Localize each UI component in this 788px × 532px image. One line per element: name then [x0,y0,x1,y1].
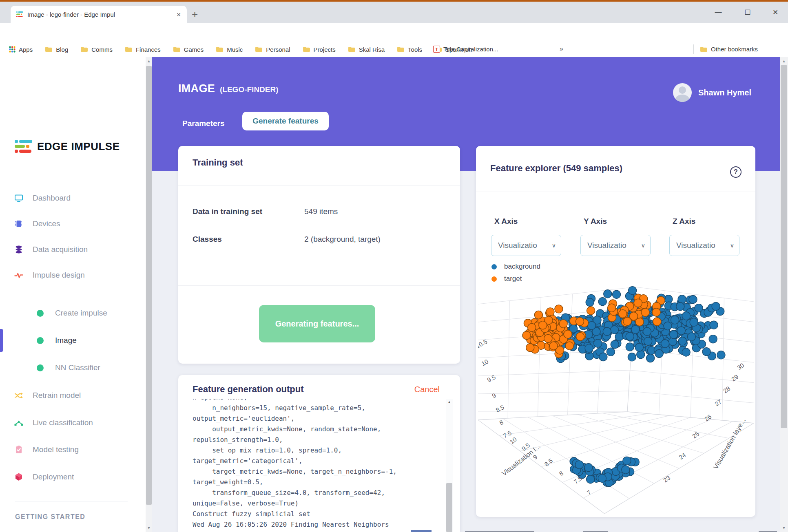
minimize-button[interactable]: — [712,8,724,16]
console-scrollbar[interactable]: ▲ [446,399,453,532]
scatter-point-target[interactable] [653,318,661,326]
sidebar-item-create-impulse[interactable]: Create impulse [0,302,146,324]
scatter-point-background[interactable] [586,298,594,307]
sidebar-item-dashboard[interactable]: Dashboard [0,187,146,210]
other-bookmarks[interactable]: Other bookmarks [700,46,758,53]
cancel-link[interactable]: Cancel [414,385,440,394]
bookmark-apps[interactable]: Apps [9,46,33,53]
scatter-point-background[interactable] [594,339,602,347]
scatter-point-target[interactable] [539,321,547,329]
bookmarks-overflow-chevron[interactable]: » [560,45,563,53]
bookmark-item[interactable]: Blog [45,46,68,53]
user-avatar[interactable] [673,83,692,102]
scatter-point-background[interactable] [689,296,697,304]
scatter-point-target[interactable] [576,333,584,341]
scatter-point-background[interactable] [603,327,611,336]
scatter-point-background[interactable] [710,321,718,329]
scatter-point-target[interactable] [555,305,563,313]
sidebar-item-impulse-design[interactable]: Impulse design [0,264,146,287]
feature-explorer-3d-scatter[interactable]: 10.5109.598.587.5109.598.587.57302928272… [478,285,754,514]
generating-features-button[interactable]: Generating features... [259,305,375,342]
tab-generate-features[interactable]: Generate features [242,112,329,130]
scatter-point-background[interactable] [628,353,636,361]
bookmark-item[interactable]: Games [173,46,204,53]
help-icon[interactable]: ? [730,166,742,178]
scatter-point-background[interactable] [643,327,651,336]
sidebar-item-deployment[interactable]: Deployment [0,466,146,488]
scatter-point-target[interactable] [528,323,536,331]
scatter-point-target[interactable] [564,330,572,338]
scatter-point-background[interactable] [646,354,655,362]
scatter-point-background[interactable] [584,464,593,472]
scatter-point-background[interactable] [676,302,684,311]
scatter-point-background[interactable] [644,337,652,345]
scatter-point-background[interactable] [611,340,619,349]
bookmark-item[interactable]: Personal [255,46,290,53]
bookmark-item[interactable]: Tools [397,46,422,53]
bookmark-item[interactable]: Music [216,46,243,53]
scatter-point-target[interactable] [546,308,554,316]
bookmark-item[interactable]: Projects [303,46,336,53]
scatter-point-background[interactable] [677,327,685,335]
scroll-up-icon[interactable]: ▲ [146,59,152,63]
sidebar-item-model-testing[interactable]: Model testing [0,438,146,461]
scatter-point-target[interactable] [565,342,573,350]
scatter-point-target[interactable] [549,342,558,350]
scatter-point-target[interactable] [630,312,638,320]
close-button[interactable]: ✕ [769,8,781,17]
scatter-point-target[interactable] [652,308,660,316]
scatter-point-target[interactable] [641,308,649,316]
scatter-point-background[interactable] [604,290,612,298]
scatter-point-background[interactable] [587,322,595,330]
sidebar-item-data-acquisition[interactable]: Data acquisition [0,238,146,261]
scatter-point-background[interactable] [635,343,643,351]
scatter-point-background[interactable] [598,474,606,482]
scatter-point-background[interactable] [678,295,686,303]
bookmark-title-capitalization[interactable]: T Title Capitalization... [433,46,498,53]
sidebar-item-live-classification[interactable]: Live classification [0,411,146,434]
scatter-point-background[interactable] [626,332,634,340]
browser-tab[interactable]: Image - lego-finder - Edge Impul ✕ [11,6,187,23]
legend-item-target[interactable]: target [491,275,522,283]
scatter-point-background[interactable] [629,287,637,295]
scroll-down-icon[interactable]: ▼ [146,526,152,530]
user-menu[interactable]: Shawn Hymel [673,83,751,102]
y-axis-select[interactable]: Visualizatio∨ [580,235,651,256]
bookmark-item[interactable]: Skal Risa [348,46,385,53]
scroll-down-icon[interactable]: ▼ [780,526,788,530]
scatter-point-target[interactable] [608,304,616,312]
scatter-point-background[interactable] [682,348,690,356]
sidebar-item-nn-classifier[interactable]: NN Classifier [0,356,146,379]
scatter-point-background[interactable] [599,353,607,361]
legend-item-background[interactable]: background [491,263,540,271]
scatter-point-background[interactable] [664,322,672,330]
scroll-up-icon[interactable]: ▲ [446,400,453,404]
sidebar-item-image[interactable]: Image [0,329,146,352]
scrollbar-thumb[interactable] [146,66,152,505]
console-output[interactable]: n_epochs=None, n_neighbors=15, negative_… [193,399,442,532]
scatter-point-background[interactable] [712,302,720,310]
scrollbar-thumb[interactable] [446,483,452,532]
edge-impulse-logo[interactable]: EDGE IMPULSE [15,140,120,153]
scatter-point-background[interactable] [670,331,678,339]
maximize-button[interactable]: ☐ [742,8,754,17]
scatter-point-background[interactable] [631,325,640,333]
z-axis-select[interactable]: Visualizatio∨ [669,235,739,256]
scatter-point-background[interactable] [587,475,595,483]
sidebar-item-retrain-model[interactable]: Retrain model [0,384,146,407]
browser-scrollbar[interactable]: ▲ ▼ [780,57,788,532]
scatter-point-background[interactable] [709,335,717,343]
scatter-point-background[interactable] [623,457,631,465]
scatter-point-background[interactable] [598,298,606,306]
scatter-point-background[interactable] [695,304,703,312]
scatter-point-background[interactable] [682,312,690,320]
scatter-point-target[interactable] [619,310,627,318]
scatter-point-background[interactable] [637,351,645,359]
scatter-point-background[interactable] [671,316,679,324]
scatter-point-target[interactable] [526,344,534,352]
scatter-point-background[interactable] [585,344,593,352]
scrollbar-thumb[interactable] [781,65,787,428]
scatter-point-background[interactable] [655,350,663,358]
scatter-point-background[interactable] [611,326,619,334]
scatter-point-target[interactable] [587,307,595,315]
